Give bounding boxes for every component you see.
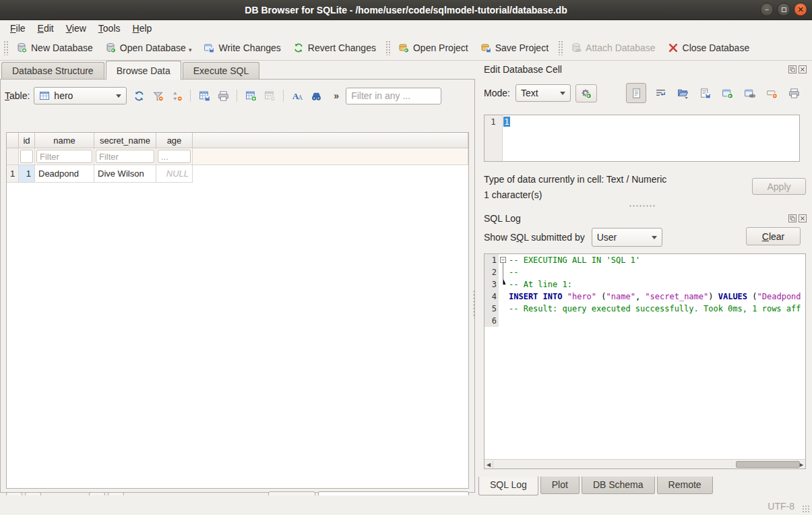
dock-close-icon[interactable]	[799, 65, 807, 73]
fold-margin	[499, 278, 507, 291]
window-title: DB Browser for SQLite - /home/user/code/…	[245, 5, 567, 16]
titlebar: DB Browser for SQLite - /home/user/code/…	[0, 0, 812, 20]
column-header-secret_name[interactable]: secret_name	[94, 133, 156, 148]
import-file-button[interactable]	[675, 84, 691, 102]
main-toolbar: New DatabaseOpen Database▾Write ChangesR…	[0, 36, 812, 61]
filter-input-secret_name[interactable]: Filter	[96, 150, 154, 163]
cell-secret_name[interactable]: Dive Wilson	[94, 165, 156, 183]
close-database-button[interactable]: Close Database	[662, 39, 756, 57]
browse-panel: Database StructureBrowse DataExecute SQL…	[0, 61, 475, 495]
tab-database-structure[interactable]: Database Structure	[1, 62, 104, 80]
doc-mode-icon	[631, 88, 642, 99]
toolbar-button-label: Revert Changes	[308, 42, 376, 53]
resize-grip[interactable]	[802, 505, 810, 513]
filter-any-input[interactable]	[346, 88, 441, 104]
sql-token: ,	[635, 292, 645, 301]
menu-item-view[interactable]: View	[60, 22, 92, 35]
cell-name[interactable]: Deadpond	[35, 165, 94, 183]
cell-age[interactable]: NULL	[156, 165, 193, 183]
cell-editor[interactable]: 1 1	[484, 115, 800, 162]
scrollbar-thumb[interactable]	[736, 461, 800, 468]
dock-splitter-handle[interactable]	[629, 204, 656, 208]
sql-source-selector[interactable]: User	[592, 228, 662, 247]
tab-browse-data[interactable]: Browse Data	[106, 61, 181, 80]
cell-id[interactable]: 1	[19, 165, 35, 183]
sql-text: -- Result: query executed successfully. …	[507, 303, 805, 315]
revert-changes-button[interactable]: Revert Changes	[287, 39, 382, 57]
menu-item-tools[interactable]: Tools	[92, 22, 127, 35]
delete-record-icon	[264, 90, 276, 102]
edit-cell-dock-header: Edit Database Cell	[484, 63, 807, 76]
mode-selector[interactable]: Text	[516, 84, 571, 102]
filter-row-filler	[193, 148, 468, 165]
maximize-icon[interactable]	[777, 3, 790, 16]
row-header[interactable]: 1	[7, 165, 19, 183]
revert-changes-icon	[293, 42, 304, 53]
filter-input-age[interactable]: ...	[158, 150, 191, 163]
chevron-down-icon	[652, 236, 657, 239]
menu-item-help[interactable]: Help	[127, 22, 158, 35]
clear-log-button[interactable]: Clear	[746, 227, 801, 245]
column-header-age[interactable]: age	[156, 133, 193, 148]
set-null-button[interactable]	[763, 84, 780, 102]
filter-input-id[interactable]	[20, 150, 33, 163]
chevron-down-icon	[116, 94, 121, 98]
table-selector[interactable]: hero	[34, 87, 127, 104]
fold-margin	[499, 291, 507, 303]
save-file-icon	[699, 88, 711, 99]
dock-float-icon[interactable]	[788, 214, 797, 222]
save-project-button[interactable]: Save Project	[474, 39, 555, 57]
log-horizontal-scrollbar[interactable]: ◀ ▶	[485, 459, 805, 468]
panel-splitter-handle[interactable]	[472, 290, 476, 318]
dock-tab-db-schema[interactable]: DB Schema	[582, 477, 655, 494]
filter-cell: Filter	[35, 148, 94, 165]
refresh-button[interactable]	[131, 88, 147, 104]
open-database-button[interactable]: Open Database▾	[99, 39, 198, 57]
toolbar-overflow-button[interactable]: »	[334, 90, 339, 101]
tab-execute-sql[interactable]: Execute SQL	[183, 62, 260, 80]
sql-log-editor[interactable]: 1-- EXECUTING ALL IN 'SQL 1'2--3-- At li…	[484, 253, 806, 469]
dock-close-icon[interactable]	[799, 214, 807, 222]
font-button[interactable]: AA	[289, 88, 305, 104]
line-number: 1	[485, 254, 499, 266]
column-header-name[interactable]: name	[35, 133, 94, 148]
link-data-button[interactable]	[741, 84, 757, 102]
project-save-icon	[480, 42, 491, 53]
cell-editor-toolbar	[626, 83, 808, 103]
close-icon[interactable]: ✕	[794, 3, 807, 16]
clear-filter-button[interactable]	[150, 88, 166, 104]
browse-toolbar: AA	[131, 88, 324, 104]
new-record-button[interactable]	[243, 88, 259, 104]
find-button[interactable]	[308, 88, 324, 104]
print-button[interactable]	[215, 88, 231, 104]
export-table-button[interactable]	[196, 88, 212, 104]
write-changes-button[interactable]: Write Changes	[197, 39, 286, 57]
fold-margin[interactable]	[499, 254, 507, 266]
sql-token: (	[596, 292, 606, 301]
sql-token: "secret_name"	[645, 292, 708, 301]
scroll-left-icon[interactable]: ◀	[485, 460, 493, 468]
print-cell-button[interactable]	[786, 84, 802, 102]
export-data-button[interactable]	[719, 84, 735, 102]
apply-mode-button[interactable]	[575, 84, 597, 102]
menu-item-file[interactable]: File	[4, 22, 32, 35]
dock-float-icon[interactable]	[788, 65, 797, 73]
minimize-icon[interactable]: −	[760, 3, 774, 16]
new-database-button[interactable]: New Database	[10, 39, 99, 57]
dock-tab-sql-log[interactable]: SQL Log	[478, 477, 538, 495]
clear-sort-button[interactable]	[168, 88, 185, 104]
filter-input-name[interactable]: Filter	[36, 150, 92, 163]
dock-tab-plot[interactable]: Plot	[540, 477, 580, 494]
word-wrap-button[interactable]	[652, 84, 668, 102]
table-selector-value: hero	[54, 90, 73, 101]
column-header-id[interactable]: id	[19, 133, 35, 148]
save-file-button[interactable]	[697, 84, 713, 102]
menu-item-edit[interactable]: Edit	[32, 22, 60, 35]
open-project-button[interactable]: Open Project	[392, 39, 474, 57]
clear-sort-icon	[171, 90, 183, 102]
cell-type-info: Type of data currently in cell: Text / N…	[484, 174, 666, 185]
sql-log-line: 1-- EXECUTING ALL IN 'SQL 1'	[485, 254, 805, 266]
doc-mode-button[interactable]	[626, 83, 646, 103]
browse-controls: Table: hero AA »	[5, 86, 470, 106]
dock-tab-remote[interactable]: Remote	[657, 477, 713, 494]
